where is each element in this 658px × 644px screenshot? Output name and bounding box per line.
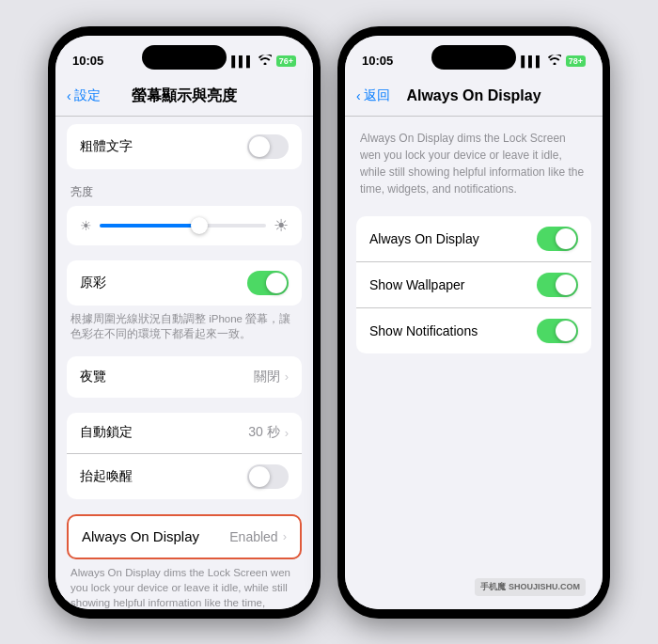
auto-lock-label: 自動鎖定 bbox=[80, 424, 133, 441]
brightness-card: ☀ ☀ bbox=[67, 206, 302, 245]
toggle-knob-wallpaper bbox=[556, 275, 576, 295]
wifi-icon-left bbox=[258, 55, 272, 67]
right-phone: 10:05 ▌▌▌ 78+ ‹ 返回 Always On Display Alw… bbox=[337, 26, 610, 619]
always-on-row[interactable]: Always On Display Enabled › bbox=[69, 516, 300, 558]
aod-description: Always On Display dims the Lock Screen w… bbox=[360, 130, 588, 197]
true-tone-card: 原彩 bbox=[67, 260, 302, 306]
slider-thumb[interactable] bbox=[191, 217, 208, 234]
chevron-icon-3: › bbox=[283, 529, 287, 543]
true-tone-row[interactable]: 原彩 bbox=[67, 260, 302, 306]
notifications-label: Show Notifications bbox=[369, 323, 478, 338]
bold-text-row[interactable]: 粗體文字 bbox=[67, 124, 302, 169]
back-button-right[interactable]: ‹ 返回 bbox=[356, 87, 390, 104]
raise-to-wake-row[interactable]: 抬起喚醒 bbox=[67, 454, 302, 499]
brightness-row[interactable]: ☀ ☀ bbox=[67, 206, 302, 245]
raise-to-wake-toggle[interactable] bbox=[247, 464, 289, 489]
aod-toggle-row[interactable]: Always On Display bbox=[356, 216, 591, 262]
wallpaper-label: Show Wallpaper bbox=[369, 277, 464, 292]
bold-text-toggle[interactable] bbox=[247, 134, 289, 159]
true-tone-desc: 根據周圍光線狀況自動調整 iPhone 螢幕，讓色彩在不同的環境下都看起來一致。 bbox=[55, 306, 313, 341]
true-tone-label: 原彩 bbox=[80, 275, 106, 291]
battery-right: 78+ bbox=[566, 55, 586, 67]
chevron-left-icon: ‹ bbox=[67, 88, 71, 103]
status-icons-left: ▌▌▌ 76+ bbox=[231, 55, 296, 67]
aod-toggle[interactable] bbox=[537, 227, 578, 251]
aod-toggle-label: Always On Display bbox=[369, 231, 479, 246]
auto-lock-card: 自動鎖定 30 秒 › 抬起喚醒 bbox=[67, 413, 302, 499]
chevron-icon: › bbox=[285, 369, 289, 384]
slider-fill bbox=[100, 224, 199, 228]
aod-description-wrapper: Always On Display dims the Lock Screen w… bbox=[345, 117, 603, 201]
toggle-knob-3 bbox=[249, 466, 270, 487]
status-icons-right: ▌▌▌ 78+ bbox=[521, 55, 586, 67]
aod-settings-group: Always On Display Show Wallpaper Show No… bbox=[345, 216, 603, 353]
chevron-left-icon-right: ‹ bbox=[356, 88, 361, 103]
toggle-knob bbox=[249, 136, 270, 157]
left-phone: 10:05 ▌▌▌ 76+ ‹ 設定 螢幕顯示與亮度 bbox=[48, 26, 321, 619]
auto-lock-group: 自動鎖定 30 秒 › 抬起喚醒 bbox=[55, 413, 313, 499]
always-on-label: Always On Display bbox=[82, 528, 199, 544]
back-label-left: 設定 bbox=[74, 87, 101, 104]
always-on-highlighted-card: Always On Display Enabled › bbox=[67, 514, 302, 559]
dynamic-island-left bbox=[142, 45, 227, 70]
raise-to-wake-label: 抬起喚醒 bbox=[80, 468, 133, 485]
brightness-low-icon: ☀ bbox=[80, 218, 92, 233]
back-button-left[interactable]: ‹ 設定 bbox=[67, 87, 101, 104]
watermark: 手机魔 SHOUJISHU.COM bbox=[475, 578, 586, 596]
always-on-value: Enabled › bbox=[229, 529, 287, 544]
toggle-knob-aod bbox=[556, 228, 576, 249]
night-shift-group: 夜覽 關閉 › bbox=[55, 356, 313, 398]
wallpaper-toggle[interactable] bbox=[537, 273, 578, 297]
auto-lock-time: 30 秒 bbox=[248, 424, 279, 441]
notifications-row[interactable]: Show Notifications bbox=[356, 308, 591, 353]
nav-bar-right: ‹ 返回 Always On Display bbox=[345, 77, 603, 117]
signal-icon-left: ▌▌▌ bbox=[231, 55, 253, 67]
right-screen-content: Always On Display dims the Lock Screen w… bbox=[345, 117, 603, 609]
night-shift-status: 關閉 bbox=[254, 369, 280, 385]
night-shift-label: 夜覽 bbox=[80, 369, 106, 385]
auto-lock-value: 30 秒 › bbox=[248, 424, 289, 441]
auto-lock-row[interactable]: 自動鎖定 30 秒 › bbox=[67, 413, 302, 454]
always-on-status: Enabled bbox=[229, 529, 277, 544]
back-label-right: 返回 bbox=[364, 87, 390, 104]
brightness-group: 亮度 ☀ ☀ bbox=[55, 184, 313, 245]
wallpaper-row[interactable]: Show Wallpaper bbox=[356, 262, 591, 308]
true-tone-group: 原彩 根據周圍光線狀況自動調整 iPhone 螢幕，讓色彩在不同的環境下都看起來… bbox=[55, 260, 313, 341]
signal-icon-right: ▌▌▌ bbox=[521, 55, 542, 67]
watermark-container: 手机魔 SHOUJISHU.COM bbox=[345, 578, 603, 609]
text-size-card: 粗體文字 bbox=[67, 124, 302, 169]
nav-title-left: 螢幕顯示與亮度 bbox=[132, 86, 237, 106]
toggle-knob-notifications bbox=[556, 321, 576, 341]
true-tone-toggle[interactable] bbox=[247, 271, 289, 295]
aod-settings-card: Always On Display Show Wallpaper Show No… bbox=[356, 216, 591, 353]
night-shift-value: 關閉 › bbox=[254, 369, 289, 385]
wifi-icon-right bbox=[548, 55, 561, 67]
toggle-knob-2 bbox=[266, 273, 287, 293]
status-time-right: 10:05 bbox=[362, 54, 393, 68]
left-screen-content: 粗體文字 亮度 ☀ bbox=[55, 117, 313, 609]
bold-text-label: 粗體文字 bbox=[80, 138, 133, 155]
nav-bar-left: ‹ 設定 螢幕顯示與亮度 bbox=[55, 77, 313, 117]
always-on-desc: Always On Display dims the Lock Screen w… bbox=[55, 559, 313, 609]
night-shift-row[interactable]: 夜覽 關閉 › bbox=[67, 356, 302, 398]
nav-title-right: Always On Display bbox=[406, 87, 540, 104]
brightness-label: 亮度 bbox=[55, 184, 313, 206]
right-screen: 10:05 ▌▌▌ 78+ ‹ 返回 Always On Display Alw… bbox=[345, 36, 603, 609]
battery-left: 76+ bbox=[276, 55, 296, 67]
text-size-group: 粗體文字 bbox=[55, 124, 313, 169]
brightness-high-icon: ☀ bbox=[274, 215, 289, 236]
left-screen: 10:05 ▌▌▌ 76+ ‹ 設定 螢幕顯示與亮度 bbox=[55, 36, 313, 609]
brightness-slider[interactable] bbox=[100, 224, 266, 228]
notifications-toggle[interactable] bbox=[537, 319, 578, 343]
night-shift-card: 夜覽 關閉 › bbox=[67, 356, 302, 398]
always-on-group: Always On Display Enabled › Always On Di… bbox=[55, 514, 313, 609]
dynamic-island-right bbox=[431, 45, 516, 70]
status-time-left: 10:05 bbox=[72, 54, 103, 68]
chevron-icon-2: › bbox=[285, 426, 289, 440]
